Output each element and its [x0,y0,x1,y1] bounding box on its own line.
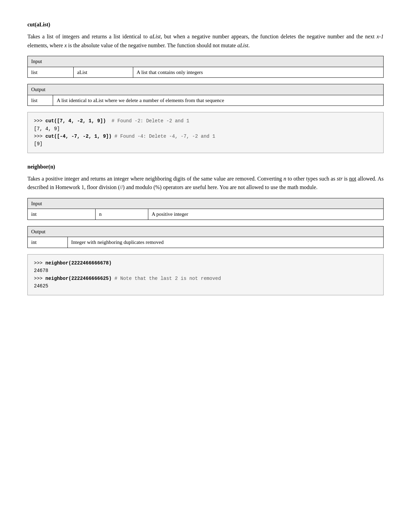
neighbor-code-output-2: 24625 [34,283,48,289]
neighbor-input-desc: A positive integer [148,209,383,220]
cut-code-block: >>> cut([7, 4, -2, 1, 9]) # Found -2: De… [27,112,384,153]
cut-input-type: list [28,67,74,78]
cut-desc-italic-alist: aList [150,34,161,39]
cut-section: cut(aList) Takes a list of integers and … [27,21,384,153]
neighbor-desc-italic-n: n [284,176,286,182]
neighbor-input-type: int [28,209,96,220]
neighbor-input-name: n [96,209,148,220]
neighbor-output-type: int [28,237,68,248]
neighbor-description: Takes a positive integer and returns an … [27,174,384,192]
neighbor-desc-underline-not: not [349,176,356,182]
cut-code-line-1: >>> cut([7, 4, -2, 1, 9]) [34,118,106,124]
cut-description: Takes a list of integers and returns a l… [27,32,384,50]
neighbor-code-line-1: >>> neighbor(2222466666678) [34,260,112,266]
cut-desc-italic-alist2: aList [237,42,248,48]
neighbor-input-table: Input int n A positive integer [27,198,384,220]
neighbor-output-table: Output int Integer with neighboring dupl… [27,226,384,248]
cut-input-desc: A list that contains only integers [133,67,383,78]
cut-output-type: list [28,95,53,106]
cut-code-comment-2: # Found -4: Delete -4, -7, -2 and 1 [112,134,215,139]
cut-code-output-1: [7, 4, 9] [34,126,60,132]
cut-output-row: list A list identical to aList where we … [28,95,384,106]
cut-input-name: aList [73,67,133,78]
cut-output-desc: A list identical to aList where we delet… [53,95,384,106]
neighbor-input-row: int n A positive integer [28,209,384,220]
cut-title: cut(aList) [27,21,384,29]
neighbor-output-header: Output [28,226,384,237]
neighbor-code-output-1: 24678 [34,268,48,273]
neighbor-title: neighbor(n) [27,163,384,171]
cut-output-header: Output [28,84,384,95]
neighbor-code-line-2: >>> neighbor(2222466666625) [34,276,112,281]
cut-input-row: list aList A list that contains only int… [28,67,384,78]
cut-input-header: Input [28,56,384,67]
neighbor-code-comment-2: # Note that the last 2 is not removed [112,276,221,281]
cut-desc-italic-x: x [64,42,67,48]
cut-input-table: Input list aList A list that contains on… [27,56,384,78]
neighbor-code-block: >>> neighbor(2222466666678) 24678 >>> ne… [27,254,384,295]
neighbor-output-desc: Integer with neighboring duplicates remo… [67,237,383,248]
cut-desc-italic-x1: x-1 [377,34,384,39]
cut-code-line-2: >>> cut([-4, -7, -2, 1, 9]) [34,134,112,139]
neighbor-desc-italic-str: str [337,176,342,182]
neighbor-output-row: int Integer with neighboring duplicates … [28,237,384,248]
neighbor-section: neighbor(n) Takes a positive integer and… [27,163,384,295]
cut-output-table: Output list A list identical to aList wh… [27,84,384,106]
cut-code-comment-1: # Found -2: Delete -2 and 1 [106,118,189,124]
neighbor-input-header: Input [28,198,384,209]
cut-code-output-2: [9] [34,141,42,147]
